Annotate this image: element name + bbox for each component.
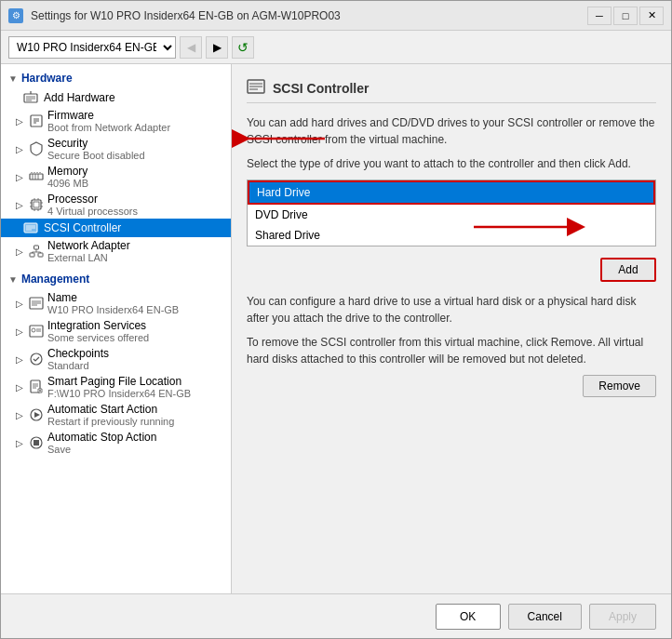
network-icon xyxy=(29,244,44,259)
sidebar-item-network[interactable]: ▷ Network Adapter External LAN xyxy=(1,237,231,265)
name-subtitle: W10 PRO Insiderx64 EN-GB xyxy=(47,304,179,315)
ok-button[interactable]: OK xyxy=(436,604,501,630)
title-bar: ⚙ Settings for W10 PRO Insiderx64 EN-GB … xyxy=(1,1,671,31)
firmware-icon xyxy=(29,113,44,128)
hardware-label: Hardware xyxy=(21,72,73,85)
memory-icon xyxy=(29,169,44,184)
forward-button[interactable]: ▶ xyxy=(206,36,228,59)
sidebar-item-smart-paging[interactable]: ▷ Smart Paging File Location F:\W10 PRO … xyxy=(1,373,231,401)
network-subtitle: External LAN xyxy=(47,252,130,263)
add-hardware-label: Add Hardware xyxy=(44,91,115,104)
cancel-button[interactable]: Cancel xyxy=(508,604,582,630)
sidebar-item-security[interactable]: ▷ Security Secure Boot disabled xyxy=(1,135,231,163)
sidebar-item-memory-group: ▷ Memory 4096 MB xyxy=(1,163,231,191)
checkpoints-icon xyxy=(29,352,44,366)
sidebar-item-processor-group: ▷ Processor 4 Virtual processors xyxy=(1,191,231,219)
processor-icon xyxy=(29,197,44,212)
settings-window: ⚙ Settings for W10 PRO Insiderx64 EN-GB … xyxy=(0,0,672,639)
drive-item-hard-drive[interactable]: Hard Drive xyxy=(248,180,655,205)
auto-start-label: Automatic Start Action xyxy=(47,403,174,416)
management-section[interactable]: ▼ Management xyxy=(1,269,231,289)
remove-button[interactable]: Remove xyxy=(583,375,656,397)
window-controls: ─ □ ✕ xyxy=(587,7,664,25)
integration-label: Integration Services xyxy=(47,319,149,332)
sidebar-item-add-hardware[interactable]: Add Hardware xyxy=(1,88,231,107)
drive-list: Hard Drive DVD Drive Shared Drive xyxy=(247,180,656,246)
svg-point-43 xyxy=(32,328,35,332)
main-panel: SCSI Controller You can add hard drives … xyxy=(232,64,671,593)
name-label: Name xyxy=(47,291,179,304)
smart-paging-icon xyxy=(29,379,44,394)
svg-rect-32 xyxy=(38,253,43,257)
processor-label: Processor xyxy=(47,193,138,206)
svg-rect-18 xyxy=(34,202,39,207)
auto-stop-subtitle: Save xyxy=(47,444,156,455)
sidebar-item-scsi[interactable]: SCSI Controller xyxy=(1,219,231,237)
firmware-label: Firmware xyxy=(47,109,170,122)
sidebar-item-auto-start[interactable]: ▷ Automatic Start Action Restart if prev… xyxy=(1,401,231,429)
panel-description1: You can add hard drives and CD/DVD drive… xyxy=(247,114,656,148)
toolbar: W10 PRO Insiderx64 EN-GB ◀ ▶ ↺ xyxy=(1,31,671,64)
svg-rect-0 xyxy=(24,94,37,102)
panel-description2: Select the type of drive you want to att… xyxy=(247,155,656,172)
svg-rect-57 xyxy=(34,440,39,446)
sidebar-item-integration-group: ▷ Integration Services Some services off… xyxy=(1,317,231,345)
apply-button[interactable]: Apply xyxy=(589,604,656,630)
scsi-panel-icon xyxy=(247,79,265,97)
smart-paging-label: Smart Paging File Location xyxy=(47,375,191,388)
refresh-button[interactable]: ↺ xyxy=(232,36,254,59)
auto-start-icon xyxy=(29,407,44,422)
scsi-icon xyxy=(23,220,38,235)
hardware-section[interactable]: ▼ Hardware xyxy=(1,68,231,88)
memory-subtitle: 4096 MB xyxy=(47,178,88,189)
add-button[interactable]: Add xyxy=(600,258,656,282)
sidebar-item-firmware-group: ▷ Firmware Boot from Network Adapter xyxy=(1,107,231,135)
drive-item-dvd-drive[interactable]: DVD Drive xyxy=(248,205,655,225)
sidebar-item-processor[interactable]: ▷ Processor 4 Virtual processors xyxy=(1,191,231,219)
security-label: Security xyxy=(47,137,145,150)
panel-description4: To remove the SCSI controller from this … xyxy=(247,334,656,367)
sidebar-item-smart-paging-group: ▷ Smart Paging File Location F:\W10 PRO … xyxy=(1,373,231,401)
close-button[interactable]: ✕ xyxy=(639,7,664,25)
sidebar-item-name[interactable]: ▷ Name W10 PRO Insiderx64 EN-GB xyxy=(1,289,231,317)
sidebar-item-network-group: ▷ Network Adapter External LAN xyxy=(1,237,231,265)
auto-stop-icon xyxy=(29,435,44,450)
smart-paging-subtitle: F:\W10 PRO Insiderx64 EN-GB xyxy=(47,388,191,399)
window-icon: ⚙ xyxy=(8,8,23,23)
name-icon xyxy=(29,296,44,311)
sidebar-item-memory[interactable]: ▷ Memory 4096 MB xyxy=(1,163,231,191)
sidebar-item-firmware[interactable]: ▷ Firmware Boot from Network Adapter xyxy=(1,107,231,135)
sidebar-item-name-group: ▷ Name W10 PRO Insiderx64 EN-GB xyxy=(1,289,231,317)
panel-title: SCSI Controller xyxy=(273,81,369,96)
sidebar-item-auto-start-group: ▷ Automatic Start Action Restart if prev… xyxy=(1,401,231,429)
security-icon xyxy=(29,141,44,156)
svg-point-46 xyxy=(31,353,42,365)
content-area: ▼ Hardware Add Hardware ▷ xyxy=(1,64,671,593)
add-section: Add xyxy=(247,258,656,282)
checkpoints-subtitle: Standard xyxy=(47,360,109,371)
drive-item-shared-drive[interactable]: Shared Drive xyxy=(248,225,655,246)
footer: OK Cancel Apply xyxy=(1,593,671,638)
panel-description3: You can configure a hard drive to use a … xyxy=(247,293,656,326)
add-hardware-icon xyxy=(23,90,38,105)
integration-subtitle: Some services offered xyxy=(47,332,149,343)
svg-marker-55 xyxy=(34,412,40,418)
management-label: Management xyxy=(21,273,89,286)
memory-label: Memory xyxy=(47,165,88,178)
maximize-button[interactable]: □ xyxy=(613,7,638,25)
firmware-subtitle: Boot from Network Adapter xyxy=(47,122,170,133)
integration-icon xyxy=(29,324,44,339)
vm-selector[interactable]: W10 PRO Insiderx64 EN-GB xyxy=(8,36,176,59)
sidebar: ▼ Hardware Add Hardware ▷ xyxy=(1,64,232,593)
network-label: Network Adapter xyxy=(47,239,130,252)
auto-stop-label: Automatic Stop Action xyxy=(47,431,156,444)
back-button[interactable]: ◀ xyxy=(180,36,202,59)
scsi-label: SCSI Controller xyxy=(44,221,121,234)
panel-header: SCSI Controller xyxy=(247,79,656,103)
minimize-button[interactable]: ─ xyxy=(587,7,612,25)
sidebar-item-checkpoints-group: ▷ Checkpoints Standard xyxy=(1,345,231,373)
sidebar-item-integration[interactable]: ▷ Integration Services Some services off… xyxy=(1,317,231,345)
remove-section: Remove xyxy=(247,375,656,397)
sidebar-item-auto-stop[interactable]: ▷ Automatic Stop Action Save xyxy=(1,429,231,457)
sidebar-item-checkpoints[interactable]: ▷ Checkpoints Standard xyxy=(1,345,231,373)
